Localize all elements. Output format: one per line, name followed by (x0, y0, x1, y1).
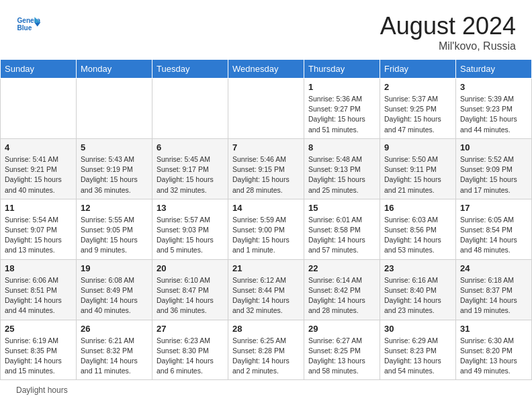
calendar-cell: 6Sunrise: 5:45 AMSunset: 9:17 PMDaylight… (152, 138, 228, 199)
day-number: 3 (460, 82, 527, 92)
calendar-cell: 9Sunrise: 5:50 AMSunset: 9:11 PMDaylight… (380, 138, 456, 199)
footer: Daylight hours (0, 380, 532, 400)
day-number: 28 (232, 324, 300, 334)
day-info: Sunrise: 5:48 AMSunset: 9:13 PMDaylight:… (308, 154, 375, 195)
day-of-week-header: Thursday (304, 60, 380, 79)
day-info: Sunrise: 6:03 AMSunset: 8:56 PMDaylight:… (384, 215, 451, 256)
day-number: 8 (308, 142, 375, 152)
calendar-cell: 29Sunrise: 6:27 AMSunset: 8:25 PMDayligh… (304, 320, 380, 380)
day-number: 19 (81, 263, 148, 273)
day-info: Sunrise: 6:16 AMSunset: 8:40 PMDaylight:… (384, 275, 451, 316)
calendar-cell: 5Sunrise: 5:43 AMSunset: 9:19 PMDaylight… (77, 138, 152, 199)
day-number: 11 (5, 203, 72, 213)
calendar-cell: 31Sunrise: 6:30 AMSunset: 8:20 PMDayligh… (456, 320, 532, 380)
day-info: Sunrise: 6:19 AMSunset: 8:35 PMDaylight:… (5, 336, 72, 377)
day-info: Sunrise: 5:43 AMSunset: 9:19 PMDaylight:… (81, 154, 148, 195)
calendar-cell: 22Sunrise: 6:14 AMSunset: 8:42 PMDayligh… (304, 259, 380, 320)
day-info: Sunrise: 6:10 AMSunset: 8:47 PMDaylight:… (157, 275, 224, 316)
calendar-cell (1, 79, 77, 139)
calendar-cell: 23Sunrise: 6:16 AMSunset: 8:40 PMDayligh… (380, 259, 456, 320)
calendar-cell: 18Sunrise: 6:06 AMSunset: 8:51 PMDayligh… (1, 259, 77, 320)
day-info: Sunrise: 6:23 AMSunset: 8:30 PMDaylight:… (157, 336, 224, 377)
day-info: Sunrise: 5:52 AMSunset: 9:09 PMDaylight:… (460, 154, 527, 195)
calendar-cell: 15Sunrise: 6:01 AMSunset: 8:58 PMDayligh… (304, 199, 380, 259)
calendar-cell: 19Sunrise: 6:08 AMSunset: 8:49 PMDayligh… (77, 259, 152, 320)
day-number: 25 (5, 324, 72, 334)
day-number: 29 (308, 324, 375, 334)
day-info: Sunrise: 5:39 AMSunset: 9:23 PMDaylight:… (460, 94, 527, 135)
day-info: Sunrise: 6:21 AMSunset: 8:32 PMDaylight:… (81, 336, 148, 377)
calendar-cell: 14Sunrise: 5:59 AMSunset: 9:00 PMDayligh… (228, 199, 304, 259)
calendar-cell: 10Sunrise: 5:52 AMSunset: 9:09 PMDayligh… (456, 138, 532, 199)
calendar-cell: 16Sunrise: 6:03 AMSunset: 8:56 PMDayligh… (380, 199, 456, 259)
day-number: 7 (232, 142, 300, 152)
day-number: 26 (81, 324, 148, 334)
day-number: 15 (308, 203, 375, 213)
day-info: Sunrise: 5:54 AMSunset: 9:07 PMDaylight:… (5, 215, 72, 256)
day-number: 22 (308, 263, 375, 273)
day-of-week-header: Wednesday (228, 60, 304, 79)
day-info: Sunrise: 6:08 AMSunset: 8:49 PMDaylight:… (81, 275, 148, 316)
day-number: 21 (232, 263, 300, 273)
day-number: 10 (460, 142, 527, 152)
month-year-title: August 2024 (380, 12, 516, 40)
day-info: Sunrise: 6:30 AMSunset: 8:20 PMDaylight:… (460, 336, 527, 377)
calendar-cell: 27Sunrise: 6:23 AMSunset: 8:30 PMDayligh… (152, 320, 228, 380)
calendar-cell: 25Sunrise: 6:19 AMSunset: 8:35 PMDayligh… (1, 320, 77, 380)
day-number: 9 (384, 142, 451, 152)
day-number: 27 (157, 324, 224, 334)
day-of-week-header: Sunday (1, 60, 77, 79)
calendar-cell: 4Sunrise: 5:41 AMSunset: 9:21 PMDaylight… (1, 138, 77, 199)
day-info: Sunrise: 5:45 AMSunset: 9:17 PMDaylight:… (157, 154, 224, 195)
day-info: Sunrise: 5:57 AMSunset: 9:03 PMDaylight:… (157, 215, 224, 256)
day-info: Sunrise: 6:12 AMSunset: 8:44 PMDaylight:… (232, 275, 300, 316)
day-info: Sunrise: 5:37 AMSunset: 9:25 PMDaylight:… (384, 94, 451, 135)
location-subtitle: Mil'kovo, Russia (380, 40, 516, 52)
title-block: August 2024 Mil'kovo, Russia (380, 12, 516, 52)
calendar-cell: 17Sunrise: 6:05 AMSunset: 8:54 PMDayligh… (456, 199, 532, 259)
day-number: 24 (460, 263, 527, 273)
header: General Blue August 2024 Mil'kovo, Russi… (0, 0, 532, 59)
day-info: Sunrise: 6:27 AMSunset: 8:25 PMDaylight:… (308, 336, 375, 377)
day-info: Sunrise: 5:46 AMSunset: 9:15 PMDaylight:… (232, 154, 300, 195)
day-info: Sunrise: 6:18 AMSunset: 8:37 PMDaylight:… (460, 275, 527, 316)
day-info: Sunrise: 5:50 AMSunset: 9:11 PMDaylight:… (384, 154, 451, 195)
svg-text:Blue: Blue (17, 24, 32, 32)
day-info: Sunrise: 6:25 AMSunset: 8:28 PMDaylight:… (232, 336, 300, 377)
calendar-cell: 3Sunrise: 5:39 AMSunset: 9:23 PMDaylight… (456, 79, 532, 139)
day-number: 6 (157, 142, 224, 152)
day-number: 1 (308, 82, 375, 92)
calendar-cell: 2Sunrise: 5:37 AMSunset: 9:25 PMDaylight… (380, 79, 456, 139)
day-number: 17 (460, 203, 527, 213)
day-info: Sunrise: 6:05 AMSunset: 8:54 PMDaylight:… (460, 215, 527, 256)
calendar-cell: 1Sunrise: 5:36 AMSunset: 9:27 PMDaylight… (304, 79, 380, 139)
day-number: 23 (384, 263, 451, 273)
day-of-week-header: Saturday (456, 60, 532, 79)
day-number: 5 (81, 142, 148, 152)
svg-marker-3 (34, 23, 40, 27)
calendar-cell: 30Sunrise: 6:29 AMSunset: 8:23 PMDayligh… (380, 320, 456, 380)
calendar-cell: 20Sunrise: 6:10 AMSunset: 8:47 PMDayligh… (152, 259, 228, 320)
calendar-cell: 8Sunrise: 5:48 AMSunset: 9:13 PMDaylight… (304, 138, 380, 199)
day-of-week-header: Monday (77, 60, 152, 79)
day-number: 18 (5, 263, 72, 273)
day-number: 12 (81, 203, 148, 213)
day-number: 31 (460, 324, 527, 334)
day-number: 16 (384, 203, 451, 213)
day-info: Sunrise: 6:14 AMSunset: 8:42 PMDaylight:… (308, 275, 375, 316)
calendar-cell: 26Sunrise: 6:21 AMSunset: 8:32 PMDayligh… (77, 320, 152, 380)
calendar-cell: 13Sunrise: 5:57 AMSunset: 9:03 PMDayligh… (152, 199, 228, 259)
day-info: Sunrise: 5:55 AMSunset: 9:05 PMDaylight:… (81, 215, 148, 256)
calendar-cell: 28Sunrise: 6:25 AMSunset: 8:28 PMDayligh… (228, 320, 304, 380)
day-info: Sunrise: 5:59 AMSunset: 9:00 PMDaylight:… (232, 215, 300, 256)
day-info: Sunrise: 6:06 AMSunset: 8:51 PMDaylight:… (5, 275, 72, 316)
day-info: Sunrise: 6:01 AMSunset: 8:58 PMDaylight:… (308, 215, 375, 256)
calendar-cell: 11Sunrise: 5:54 AMSunset: 9:07 PMDayligh… (1, 199, 77, 259)
day-info: Sunrise: 6:29 AMSunset: 8:23 PMDaylight:… (384, 336, 451, 377)
calendar-cell (228, 79, 304, 139)
day-of-week-header: Friday (380, 60, 456, 79)
day-number: 13 (157, 203, 224, 213)
calendar-cell: 21Sunrise: 6:12 AMSunset: 8:44 PMDayligh… (228, 259, 304, 320)
day-info: Sunrise: 5:36 AMSunset: 9:27 PMDaylight:… (308, 94, 375, 135)
calendar-cell: 24Sunrise: 6:18 AMSunset: 8:37 PMDayligh… (456, 259, 532, 320)
